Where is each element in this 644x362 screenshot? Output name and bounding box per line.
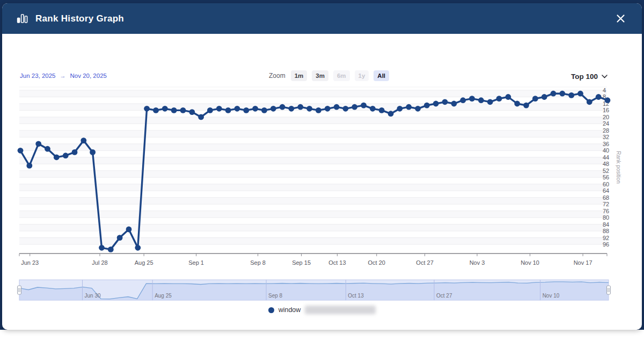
date-range: Jun 23, 2025 → Nov 20, 2025 xyxy=(20,73,107,79)
svg-text:80: 80 xyxy=(603,214,609,221)
date-to-link[interactable]: Nov 20, 2025 xyxy=(70,73,107,79)
svg-text:64: 64 xyxy=(603,187,609,194)
zoom-buttons: 1m3m6m1yAll xyxy=(291,70,389,81)
bar-chart-icon xyxy=(17,13,28,24)
svg-text:Sep 8: Sep 8 xyxy=(268,293,283,299)
legend-label: window xyxy=(279,306,301,314)
date-from-link[interactable]: Jun 23, 2025 xyxy=(20,73,56,79)
svg-text:72: 72 xyxy=(603,201,609,207)
svg-text:88: 88 xyxy=(603,228,609,234)
svg-text:Sep 15: Sep 15 xyxy=(292,259,311,266)
svg-text:40: 40 xyxy=(603,147,609,154)
svg-text:32: 32 xyxy=(603,134,609,140)
zoom-button-3m[interactable]: 3m xyxy=(312,70,328,81)
svg-text:Aug 25: Aug 25 xyxy=(135,259,153,266)
svg-text:Oct 27: Oct 27 xyxy=(416,259,433,266)
svg-text:4: 4 xyxy=(603,87,606,93)
date-arrow: → xyxy=(60,73,66,79)
modal-title: Rank History Graph xyxy=(35,13,124,24)
main-chart-svg[interactable]: Jun 23Jul 28Aug 25Sep 1Sep 8Sep 15Oct 13… xyxy=(2,84,642,273)
zoom-button-1m[interactable]: 1m xyxy=(291,70,308,81)
svg-text:52: 52 xyxy=(603,168,609,174)
zoom-label: Zoom xyxy=(269,72,286,79)
svg-text:68: 68 xyxy=(603,194,609,201)
chevron-down-icon xyxy=(602,75,608,78)
svg-text:Oct 27: Oct 27 xyxy=(436,293,452,299)
rank-history-dialog: Rank History Graph Jun 23, 2025 → Nov 20… xyxy=(0,0,644,362)
svg-text:Jun 23: Jun 23 xyxy=(21,259,39,266)
svg-text:28: 28 xyxy=(603,127,609,134)
svg-text:Sep 1: Sep 1 xyxy=(188,259,204,266)
svg-text:56: 56 xyxy=(603,174,609,180)
svg-text:48: 48 xyxy=(603,161,609,167)
legend-redacted-text xyxy=(305,306,376,314)
svg-text:Oct 13: Oct 13 xyxy=(328,259,346,266)
zoom-button-6m: 6m xyxy=(333,70,350,81)
legend-marker xyxy=(268,307,274,313)
svg-text:44: 44 xyxy=(603,154,609,161)
top100-label: Top 100 xyxy=(571,73,598,81)
svg-text:Rank position: Rank position xyxy=(616,151,621,184)
navigator-handle-left[interactable] xyxy=(18,286,21,294)
close-button[interactable] xyxy=(614,12,627,25)
svg-text:92: 92 xyxy=(603,235,609,241)
zoom-button-1y: 1y xyxy=(355,70,369,81)
svg-text:Jul 28: Jul 28 xyxy=(92,259,107,266)
svg-text:Nov 10: Nov 10 xyxy=(521,259,539,266)
svg-text:84: 84 xyxy=(603,221,609,228)
modal-header: Rank History Graph xyxy=(2,3,642,34)
svg-text:20: 20 xyxy=(603,114,609,120)
legend-item[interactable]: window xyxy=(2,306,642,314)
svg-text:Oct 20: Oct 20 xyxy=(368,259,385,266)
svg-text:Aug 25: Aug 25 xyxy=(155,293,172,299)
svg-text:16: 16 xyxy=(603,107,609,113)
svg-text:24: 24 xyxy=(603,120,609,127)
svg-text:Sep 8: Sep 8 xyxy=(250,259,266,266)
svg-text:Jun 30: Jun 30 xyxy=(84,293,100,299)
svg-text:Nov 3: Nov 3 xyxy=(470,259,485,266)
svg-text:76: 76 xyxy=(603,208,609,214)
close-icon xyxy=(616,17,625,25)
svg-text:Nov 10: Nov 10 xyxy=(543,293,560,299)
svg-text:Nov 17: Nov 17 xyxy=(574,259,592,266)
svg-text:96: 96 xyxy=(603,241,609,248)
navigator-svg[interactable]: Jun 30Aug 25Sep 8Oct 13Oct 27Nov 10 xyxy=(2,275,642,304)
svg-text:Oct 13: Oct 13 xyxy=(348,293,364,299)
svg-text:60: 60 xyxy=(603,181,609,187)
navigator-handle-right[interactable] xyxy=(607,286,611,294)
svg-text:36: 36 xyxy=(603,141,609,147)
rank-history-modal: Rank History Graph Jun 23, 2025 → Nov 20… xyxy=(2,3,642,330)
top100-dropdown[interactable]: Top 100 xyxy=(571,73,608,81)
zoom-controls: Zoom 1m3m6m1yAll xyxy=(269,70,389,81)
zoom-button-all[interactable]: All xyxy=(374,70,389,81)
